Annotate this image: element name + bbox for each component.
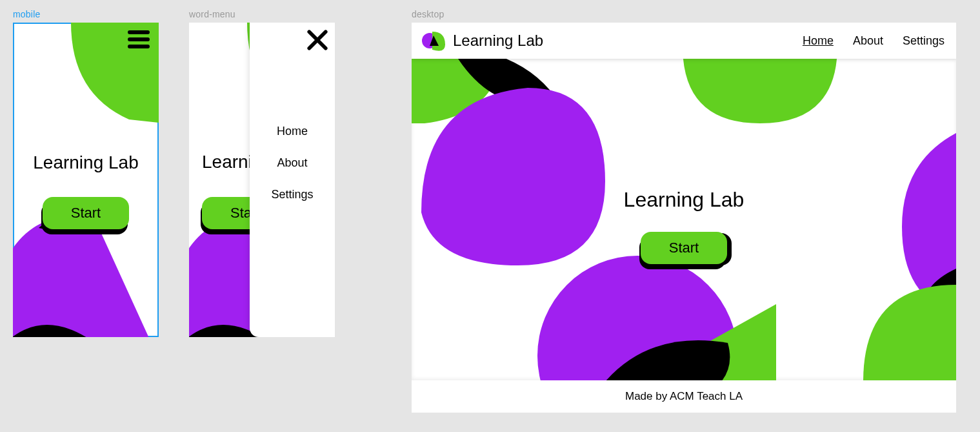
hamburger-menu-button[interactable]	[128, 30, 150, 48]
nav-drawer: Home About Settings	[250, 23, 335, 337]
frame-label-desktop: desktop	[412, 9, 444, 19]
hamburger-bar-icon	[128, 37, 150, 41]
hamburger-bar-icon	[128, 45, 150, 48]
hero-title: Learning Lab	[13, 152, 159, 174]
decorative-blobs	[412, 59, 956, 380]
nav-link-settings[interactable]: Settings	[903, 34, 945, 48]
navbar: Learning Lab Home About Settings	[412, 23, 956, 59]
decorative-blobs	[13, 23, 159, 337]
hero-title: Learning Lab	[412, 188, 956, 212]
frame-label-mobile: mobile	[13, 9, 40, 19]
footer: Made by ACM Teach LA	[412, 380, 956, 413]
close-menu-button[interactable]	[306, 29, 328, 51]
footer-text: Made by ACM Teach LA	[625, 390, 743, 403]
brand-logo-icon	[421, 28, 446, 54]
frame-word-menu[interactable]: Learning Lab Start Home About Settings	[189, 23, 335, 337]
brand: Learning Lab	[421, 28, 543, 54]
frame-mobile[interactable]: Learning Lab Start	[13, 23, 159, 337]
start-button[interactable]: Start	[43, 197, 129, 229]
nav-link-home[interactable]: Home	[277, 125, 308, 138]
svg-point-3	[537, 256, 737, 380]
nav-link-home[interactable]: Home	[803, 34, 834, 48]
nav-link-about[interactable]: About	[853, 34, 883, 48]
nav-link-settings[interactable]: Settings	[271, 188, 313, 201]
close-icon	[306, 29, 328, 51]
start-button[interactable]: Start	[641, 232, 727, 264]
hamburger-bar-icon	[128, 30, 150, 34]
frame-label-word-menu: word-menu	[189, 9, 235, 19]
frame-desktop[interactable]: Learning Lab Home About Settings	[412, 23, 956, 413]
brand-title: Learning Lab	[453, 32, 543, 50]
nav-link-about[interactable]: About	[277, 156, 307, 170]
hero-canvas: Learning Lab Start	[412, 59, 956, 380]
